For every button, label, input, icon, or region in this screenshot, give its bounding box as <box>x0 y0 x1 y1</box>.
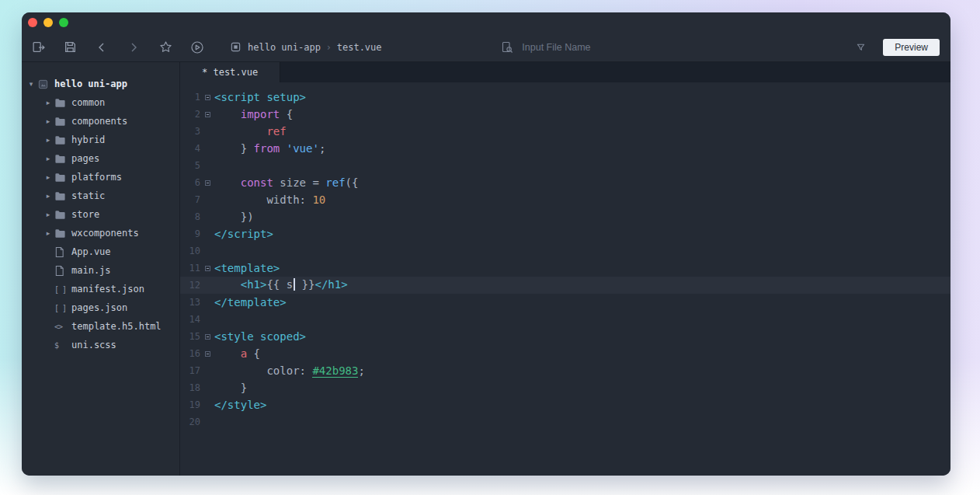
code-text: </script> <box>214 228 273 240</box>
file-item-template-h5-html[interactable]: <>template.h5.html <box>22 317 179 336</box>
tree-item-label: uni.scss <box>71 340 116 350</box>
html-icon: <> <box>54 322 70 331</box>
code-text: </style> <box>214 399 266 411</box>
project-root-hello-uni-app[interactable]: ▾hello uni-app <box>22 75 179 93</box>
line-number: 7 <box>180 194 200 205</box>
tree-item-label: components <box>71 116 127 127</box>
app-window: hello uni-app › test.vue Preview ▾hello … <box>22 12 950 476</box>
code-line-19[interactable]: 19</style> <box>180 396 950 413</box>
preview-button[interactable]: Preview <box>883 39 940 56</box>
code-line-1[interactable]: 1<script setup> <box>180 89 950 106</box>
code-line-18[interactable]: 18 } <box>180 379 950 396</box>
chevron-right-icon[interactable]: ▸ <box>42 229 54 237</box>
tab-label: * test.vue <box>202 67 258 78</box>
star-icon[interactable] <box>155 37 175 58</box>
folder-icon <box>54 190 70 202</box>
close-button[interactable] <box>28 18 37 27</box>
code-line-6[interactable]: 6 const size = ref({ <box>180 174 950 191</box>
code-line-9[interactable]: 9</script> <box>180 225 950 242</box>
code-line-2[interactable]: 2 import { <box>180 106 950 123</box>
code-text: } from 'vue'; <box>214 142 325 155</box>
line-number: 12 <box>180 280 200 291</box>
breadcrumb-file[interactable]: test.vue <box>337 42 382 53</box>
code-line-4[interactable]: 4 } from 'vue'; <box>180 140 950 157</box>
folder-icon <box>54 116 70 127</box>
breadcrumb[interactable]: hello uni-app › test.vue <box>230 41 382 53</box>
chevron-right-icon[interactable]: ▸ <box>42 173 54 181</box>
fold-marker-icon[interactable] <box>200 334 214 340</box>
run-icon[interactable] <box>187 37 207 58</box>
tree-item-label: store <box>71 209 99 220</box>
file-item-main-js[interactable]: main.js <box>22 261 179 280</box>
line-number: 10 <box>180 246 200 256</box>
code-line-11[interactable]: 11<template> <box>180 260 950 277</box>
code-line-14[interactable]: 14 <box>180 311 950 328</box>
chevron-right-icon[interactable]: ▸ <box>42 155 54 162</box>
folder-icon <box>54 153 70 165</box>
folder-item-static[interactable]: ▸static <box>22 186 179 205</box>
code-line-10[interactable]: 10 <box>180 242 950 260</box>
breadcrumb-project[interactable]: hello uni-app <box>248 42 321 53</box>
code-line-17[interactable]: 17 color: #42b983; <box>180 362 950 379</box>
folder-item-components[interactable]: ▸components <box>22 112 179 131</box>
fold-marker-icon[interactable] <box>200 112 214 117</box>
zoom-button[interactable] <box>59 18 68 27</box>
code-line-3[interactable]: 3 ref <box>180 123 950 140</box>
project-icon <box>37 78 53 90</box>
code-line-15[interactable]: 15<style scoped> <box>180 328 950 345</box>
code-text: }) <box>214 211 254 223</box>
tree-item-label: common <box>71 97 105 108</box>
forward-icon[interactable] <box>123 37 144 58</box>
folder-icon <box>54 97 70 109</box>
code-line-13[interactable]: 13</template> <box>180 294 950 311</box>
line-number: 11 <box>180 263 200 274</box>
folder-item-hybrid[interactable]: ▸hybrid <box>22 131 179 149</box>
folder-item-platforms[interactable]: ▸platforms <box>22 168 179 186</box>
fold-marker-icon[interactable] <box>200 95 214 100</box>
save-icon[interactable] <box>60 37 80 58</box>
search-input[interactable] <box>520 41 856 54</box>
tree-item-label: pages <box>71 153 99 164</box>
tree-item-label: platforms <box>71 172 122 183</box>
code-line-16[interactable]: 16 a { <box>180 345 950 362</box>
chevron-right-icon[interactable]: ▸ <box>42 99 54 106</box>
chevron-right-icon[interactable]: ▸ <box>42 211 54 218</box>
file-item-pages-json[interactable]: [ ]pages.json <box>22 298 179 317</box>
tree-item-label: template.h5.html <box>71 321 162 332</box>
fold-marker-icon[interactable] <box>200 266 214 271</box>
code-line-12[interactable]: 12 <h1>{{ s }}</h1> <box>180 277 950 294</box>
chevron-right-icon[interactable]: ▸ <box>42 117 54 125</box>
chevron-down-icon[interactable]: ▾ <box>25 80 37 88</box>
fold-marker-icon[interactable] <box>200 351 214 357</box>
device-run-icon[interactable] <box>28 37 48 58</box>
filter-icon[interactable] <box>856 42 866 52</box>
code-text: <style scoped> <box>214 330 306 343</box>
line-number: 13 <box>180 297 200 308</box>
folder-icon <box>54 209 70 221</box>
file-item-app-vue[interactable]: App.vue <box>22 242 179 261</box>
folder-item-wxcomponents[interactable]: ▸wxcomponents <box>22 224 179 242</box>
minimize-button[interactable] <box>43 18 53 27</box>
code-line-5[interactable]: 5 <box>180 157 950 174</box>
code-text: ref <box>214 125 287 138</box>
code-editor[interactable]: 1<script setup>2 import {3 ref4 } from '… <box>180 82 950 476</box>
fold-marker-icon[interactable] <box>200 180 214 186</box>
chevron-right-icon[interactable]: ▸ <box>42 192 54 200</box>
file-search <box>501 41 866 54</box>
doc-icon <box>54 265 70 277</box>
line-number: 3 <box>180 126 200 137</box>
back-icon[interactable] <box>92 37 112 58</box>
tree-item-label: hello uni-app <box>54 78 127 89</box>
line-number: 16 <box>180 348 200 359</box>
line-number: 1 <box>180 92 200 103</box>
code-line-8[interactable]: 8 }) <box>180 208 950 225</box>
file-item-manifest-json[interactable]: [ ]manifest.json <box>22 280 179 298</box>
code-line-7[interactable]: 7 width: 10 <box>180 191 950 208</box>
file-item-uni-scss[interactable]: $uni.scss <box>22 336 179 354</box>
chevron-right-icon[interactable]: ▸ <box>42 136 54 144</box>
folder-item-pages[interactable]: ▸pages <box>22 149 179 168</box>
code-line-20[interactable]: 20 <box>180 413 950 431</box>
folder-item-store[interactable]: ▸store <box>22 205 179 224</box>
tab-test-vue[interactable]: * test.vue <box>180 62 280 82</box>
folder-item-common[interactable]: ▸common <box>22 93 179 112</box>
